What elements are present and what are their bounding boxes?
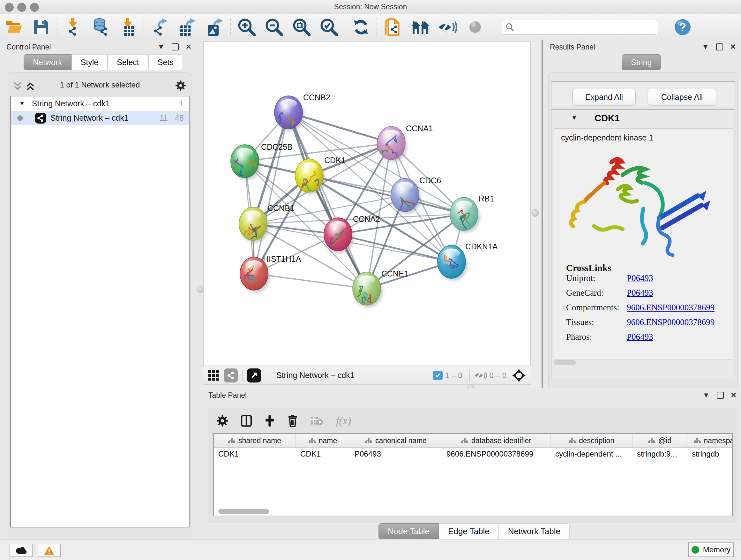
zoom-in-icon[interactable] [233, 17, 260, 37]
column-header-databaseidentifier[interactable]: database identifier [442, 434, 551, 447]
cell-databaseidentifier[interactable]: 9606.ENSP00000378699 [442, 449, 551, 458]
control-panel-close-icon[interactable]: ✕ [186, 44, 192, 51]
create-column-icon[interactable] [265, 415, 275, 427]
node-CCNA1[interactable] [377, 126, 407, 162]
crosslink-link[interactable]: P06493 [627, 273, 653, 283]
control-panel-title: Control Panel [6, 43, 51, 51]
column-header-description[interactable]: description [551, 434, 632, 447]
crosslink-link[interactable]: 9606.ENSP00000378699 [627, 317, 715, 327]
result-entry-header[interactable]: ▼ CDK1 [551, 110, 735, 128]
table-panel-float-icon[interactable] [717, 392, 724, 399]
delete-table-icon[interactable] [311, 416, 323, 426]
search-input[interactable] [502, 20, 658, 35]
import-table-icon[interactable] [114, 17, 142, 37]
warning-button[interactable] [38, 544, 61, 557]
node-table[interactable]: shared namenamecanonical namedatabase id… [213, 433, 733, 516]
control-panel-float-icon[interactable] [172, 44, 179, 51]
table-panel-menu-icon[interactable]: ▼ [703, 392, 710, 399]
save-session-icon[interactable] [27, 17, 55, 37]
cell-id[interactable]: stringdb:9... [632, 449, 687, 458]
table-row[interactable]: CDK1CDK1P064939606.ENSP00000378699cyclin… [214, 448, 732, 460]
home-icon[interactable] [407, 17, 434, 37]
selected-checkbox[interactable] [433, 371, 443, 380]
open-session-icon[interactable] [0, 17, 27, 37]
node-label-CCNB1: CCNB1 [267, 204, 294, 212]
node-CDC25B[interactable] [231, 145, 261, 180]
grid-view-icon[interactable] [208, 370, 219, 381]
column-header-namespace[interactable]: namespace [687, 434, 733, 447]
results-panel-menu-icon[interactable]: ▼ [702, 44, 709, 51]
cell-description[interactable]: cyclin-dependent ... [551, 449, 632, 458]
zoom-fit-icon[interactable] [288, 17, 315, 37]
crosslink-link[interactable]: P06493 [627, 332, 653, 341]
column-header-id[interactable]: @id [632, 434, 687, 447]
tab-network-table[interactable]: Network Table [499, 523, 569, 539]
crosslink-link[interactable]: 9606.ENSP00000378699 [627, 303, 715, 312]
table-settings-gear-icon[interactable] [217, 415, 228, 427]
column-header-sharedname[interactable]: shared name [214, 434, 296, 447]
node-CDK1[interactable] [295, 159, 327, 195]
expand-all-button[interactable]: Expand All [572, 89, 636, 105]
tab-string[interactable]: String [622, 54, 661, 70]
collapse-all-button[interactable]: Collapse All [648, 89, 716, 105]
cloud-icon [15, 546, 27, 555]
collapse-arrow-icon[interactable]: ▼ [19, 100, 25, 107]
memory-button[interactable]: Memory [688, 543, 734, 557]
network-row-selected[interactable]: String Network – cdk1 11 48 [11, 111, 189, 125]
network-view-mode-icon[interactable] [224, 368, 238, 382]
control-panel-menu-icon[interactable]: ▼ [158, 44, 165, 51]
highlight-icon[interactable] [461, 17, 489, 37]
collapse-entry-icon[interactable]: ▼ [571, 114, 577, 121]
zoom-selected-icon[interactable] [315, 17, 343, 37]
cloud-button[interactable] [10, 544, 32, 557]
refresh-icon[interactable] [347, 17, 375, 37]
network-view-canvas[interactable]: CCNB2CCNA1CDC25BCDK1CDC6RB1CCNB1CCNA2CDK… [203, 42, 531, 366]
export-network-icon[interactable] [146, 17, 174, 37]
network-tree: ▼ String Network – cdk1 1 String Network… [10, 96, 190, 527]
node-RB1[interactable] [450, 197, 480, 236]
cell-namespace[interactable]: stringdb [687, 449, 733, 458]
import-network-database-icon[interactable] [87, 17, 114, 37]
cell-canonicalname[interactable]: P06493 [350, 449, 442, 458]
node-CDKN1A[interactable] [437, 245, 468, 281]
show-columns-icon[interactable] [241, 415, 252, 427]
edge-CCNB2-HIST1H1A[interactable] [254, 112, 288, 273]
import-network-icon[interactable] [59, 17, 87, 37]
results-panel-title: Results Panel [550, 43, 595, 51]
column-header-canonicalname[interactable]: canonical name [350, 434, 442, 447]
table-panel: Table Panel ▼ ✕ f(x) shared namenamecano… [203, 388, 741, 540]
function-builder-icon[interactable]: f(x) [336, 415, 351, 427]
table-panel-close-icon[interactable]: ✕ [731, 392, 737, 399]
cell-sharedname[interactable]: CDK1 [214, 449, 296, 458]
results-panel-float-icon[interactable] [716, 44, 723, 51]
tab-node-table[interactable]: Node Table [379, 523, 439, 539]
node-CCNB2[interactable] [273, 96, 305, 140]
zoom-out-icon[interactable] [260, 17, 288, 37]
hide-unhide-icon[interactable] [434, 17, 461, 37]
tab-sets[interactable]: Sets [148, 54, 183, 70]
column-header-name[interactable]: name [296, 434, 350, 447]
help-icon[interactable]: ? [669, 17, 696, 37]
results-scrollbar[interactable] [554, 360, 576, 365]
edge-HIST1H1A-CCNE1[interactable] [254, 273, 367, 289]
crosslink-link[interactable]: P06493 [627, 288, 653, 298]
delete-column-icon[interactable] [287, 415, 298, 427]
edge-CCNA2-CDKN1A[interactable] [338, 234, 452, 262]
tab-select[interactable]: Select [108, 54, 148, 70]
node-CCNE1[interactable] [353, 272, 383, 313]
tab-network[interactable]: Network [23, 54, 71, 70]
results-panel-close-icon[interactable]: ✕ [730, 44, 736, 51]
tab-style[interactable]: Style [71, 54, 108, 70]
birdseye-toggle-icon[interactable] [247, 368, 261, 382]
export-table-icon[interactable] [174, 17, 201, 37]
node-label-CCNA1: CCNA1 [406, 124, 433, 133]
right-splitter-handle[interactable] [531, 209, 539, 217]
table-hscrollbar[interactable] [214, 509, 732, 514]
export-image-icon[interactable] [201, 17, 228, 37]
network-collection-row[interactable]: ▼ String Network – cdk1 1 [11, 97, 189, 111]
crosshair-icon[interactable] [512, 369, 526, 382]
tab-edge-table[interactable]: Edge Table [439, 523, 499, 539]
gear-icon[interactable] [176, 80, 186, 91]
cell-name[interactable]: CDK1 [296, 449, 350, 458]
share-document-icon[interactable] [379, 17, 407, 37]
